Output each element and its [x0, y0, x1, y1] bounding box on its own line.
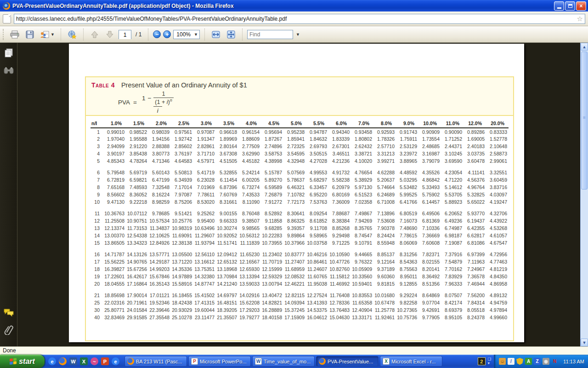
scroll-up-arrow[interactable]: ▲: [581, 43, 588, 51]
task-button-firefox[interactable]: PVA-PresentValue...: [316, 356, 379, 367]
table-cell: 6.87396: [216, 184, 238, 191]
pages-panel-icon[interactable]: [3, 47, 14, 58]
firefox-icon[interactable]: [59, 357, 67, 365]
table-cell: 7.49867: [351, 210, 373, 217]
firefox-window: PVA-PresentValueOrdinaryAnnuityTable.pdf…: [0, 0, 588, 368]
table-cell: 6.49236: [441, 217, 464, 224]
messenger-icon[interactable]: ☺: [499, 358, 506, 365]
zoom-dropdown-arrow[interactable]: ▼: [194, 32, 198, 37]
search-binoculars-icon[interactable]: [3, 65, 14, 76]
table-cell: 9.76322: [351, 258, 373, 265]
zoom-level-dropdown[interactable]: 100% ▼: [173, 30, 200, 39]
row-label: 8: [90, 184, 103, 191]
table-cell: 8.09254: [306, 210, 328, 217]
find-field[interactable]: [247, 30, 293, 39]
table-cell: 7.60769: [216, 191, 238, 198]
status-text: Done: [3, 347, 16, 354]
page-number-input[interactable]: [119, 31, 131, 39]
collaborate-button[interactable]: ▼: [39, 28, 56, 41]
attachments-panel-icon[interactable]: [3, 324, 14, 335]
task-button-excel[interactable]: XMicrosoft Excel - r...: [380, 356, 442, 367]
column-header: 8.0%: [373, 121, 396, 128]
print-button[interactable]: [8, 28, 21, 41]
row-label: 12: [90, 217, 103, 224]
table-cell: 7.91272: [261, 198, 283, 206]
table-cell: 5.60143: [148, 169, 171, 176]
volume-icon[interactable]: ◉: [543, 358, 549, 365]
key-icon[interactable]: ~: [90, 357, 98, 365]
internet-explorer-icon[interactable]: e: [48, 357, 56, 365]
table-cell: 8.85137: [373, 251, 396, 258]
fit-width-button[interactable]: [209, 28, 222, 41]
status-bar: Done: [0, 346, 588, 355]
table-cell: 0.92593: [373, 128, 396, 135]
table-cell: 15.67846: [148, 273, 171, 280]
collaborate-dropdown-arrow[interactable]: ▼: [51, 32, 55, 37]
table-cell: 1.73554: [418, 135, 441, 143]
next-page-button[interactable]: [103, 28, 116, 41]
table-cell: 7.83929: [441, 273, 464, 280]
table-cell: 10.37966: [283, 239, 306, 247]
table-cell: 9.60360: [373, 273, 396, 280]
internet-explorer-icon-2[interactable]: e: [112, 357, 119, 365]
find-dropdown-arrow[interactable]: ▼: [296, 32, 300, 37]
previous-page-button[interactable]: [88, 28, 101, 41]
table-row: 1614.7178714.1312613.5777113.0550012.561…: [90, 251, 509, 258]
scroll-down-arrow[interactable]: ▼: [581, 339, 588, 346]
scrollbar-track[interactable]: [581, 51, 588, 339]
powerpoint-icon[interactable]: P: [101, 357, 109, 365]
key-tool-icon[interactable]: /: [508, 358, 514, 365]
row-label: 6: [90, 169, 103, 176]
scrollbar-thumb[interactable]: [581, 52, 588, 190]
shield-icon[interactable]: [516, 358, 523, 365]
table-cell: 11.65230: [238, 251, 261, 258]
vertical-scrollbar[interactable]: ▲ ▼: [580, 43, 588, 346]
language-bar-options-icon[interactable]: ▾: [488, 362, 491, 365]
table-cell: 11.11839: [238, 239, 261, 247]
task-button-powerpoint[interactable]: PMicrosoft PowerPo...: [188, 356, 251, 367]
table-cell: 0.94340: [328, 128, 351, 135]
table-cell: 8.16224: [148, 191, 171, 198]
table-cell: 3.88965: [396, 157, 418, 165]
table-cell: 8.64869: [418, 292, 441, 299]
excel-icon[interactable]: X: [80, 357, 88, 365]
table-cell: 3.83716: [486, 184, 509, 191]
word-icon[interactable]: W: [69, 357, 77, 365]
web-search-button[interactable]: [66, 28, 79, 41]
find-input[interactable]: [249, 31, 291, 38]
start-button[interactable]: start: [0, 355, 45, 368]
zoom-in-button[interactable]: +: [163, 30, 171, 38]
bookmark-star-icon[interactable]: ☆: [577, 15, 583, 22]
table-cell: 8.51356: [418, 280, 441, 288]
input-language-indicator[interactable]: 2: [478, 357, 486, 365]
minimize-button[interactable]: [554, 1, 564, 11]
window-title: PVA-PresentValueOrdinaryAnnuityTable.pdf…: [12, 3, 554, 9]
table-cell: 13.00794: [261, 280, 283, 288]
zoom-out-button[interactable]: −: [153, 30, 161, 38]
table-row: 98.566028.360528.162247.970877.786117.60…: [90, 191, 509, 198]
url-input[interactable]: [16, 16, 577, 22]
table-header-section: Table 4 Present Value of an Ordinary Ann…: [86, 77, 513, 116]
save-button[interactable]: [23, 28, 36, 41]
tray-icons: ☺/AZ◉N: [499, 358, 558, 365]
comments-panel-icon[interactable]: [3, 307, 14, 318]
table-cell: 7.48593: [126, 184, 148, 191]
table-cell: 16.28889: [261, 306, 283, 314]
fit-page-button[interactable]: [225, 28, 237, 41]
zip-icon[interactable]: Z: [534, 358, 541, 365]
table-cell: 6.11454: [216, 176, 238, 184]
table-cell: 7.11963: [464, 258, 486, 265]
table-cell: 5.58238: [328, 176, 351, 184]
restore-button[interactable]: [565, 1, 575, 11]
document-canvas[interactable]: Table 4 Present Value of an Ordinary Ann…: [17, 43, 580, 346]
row-label: 14: [90, 232, 103, 239]
novell-icon[interactable]: N: [551, 358, 558, 365]
task-button-firefox[interactable]: BA 213 W11 (Pasc...: [124, 356, 187, 367]
task-button-word[interactable]: WTime_value_of_mo...: [252, 356, 315, 367]
antivirus-icon[interactable]: A: [525, 358, 532, 365]
language-bar-restore-icon[interactable]: ❑: [488, 357, 491, 361]
page-number-field[interactable]: [119, 30, 131, 39]
close-button[interactable]: ×: [576, 1, 586, 11]
table-cell: 1.89969: [216, 135, 238, 143]
url-bar[interactable]: ☆: [14, 14, 585, 24]
